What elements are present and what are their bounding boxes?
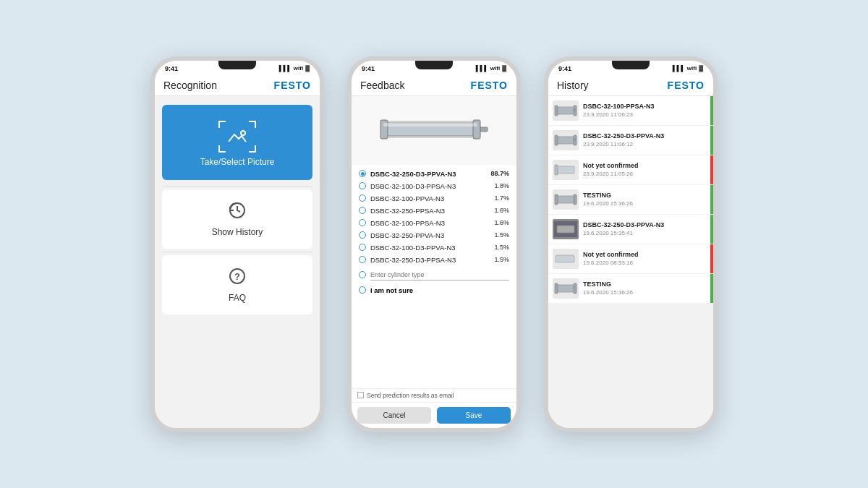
history-screen: DSBC-32-100-PPSA-N3 23.9.2020 11:06:23 D… [548,96,713,428]
result-item-2[interactable]: DSBC-32-100-PPVA-N3 1.7% [357,192,511,205]
history-item-5[interactable]: Not yet confirmed 19.6.2020 08:53:16 [548,244,713,273]
enter-type-item[interactable] [357,266,511,284]
history-name-3: TESTING [583,192,709,200]
history-thumb-5 [553,249,579,269]
result-name-6: DSBC-32-100-D3-PPVA-N3 [370,244,490,252]
battery-icon-2: ▓ [502,65,506,72]
status-bar-2: 9:41 ▌▌▌ wifi ▓ [352,61,516,74]
wifi-icon-1: wifi [294,65,303,72]
history-name-5: Not yet confirmed [583,251,709,260]
result-pct-3: 1.6% [494,207,509,214]
app-header-2: Feedback FESTO [352,74,516,96]
result-item-6[interactable]: DSBC-32-100-D3-PPVA-N3 1.5% [357,241,511,254]
svg-rect-8 [383,123,477,127]
result-pct-7: 1.5% [494,256,509,263]
result-name-5: DSBC-32-250-PPVA-N3 [370,231,490,239]
svg-rect-22 [555,194,558,205]
product-image-area [352,96,516,165]
cancel-button[interactable]: Cancel [357,407,431,424]
app-title-3: History [557,80,589,91]
bracket-tr [249,121,256,128]
radio-enter[interactable] [359,271,366,278]
divider-2 [162,252,312,252]
result-item-1[interactable]: DSBC-32-100-D3-PPSA-N3 1.8% [357,180,511,192]
svg-rect-20 [555,165,558,175]
history-info-0: DSBC-32-100-PPSA-N3 23.9.2020 11:06:23 [583,103,709,119]
notch-1 [218,61,256,69]
history-info-2: Not yet confirmed 23.9.2020 11:05:26 [583,162,709,178]
history-icon [228,201,247,224]
email-checkbox-row: Send prediction results as email [352,388,516,402]
radio-7[interactable] [359,256,366,263]
history-item-6[interactable]: TESTING 19.6.2020 15:36:26 [548,274,713,303]
history-info-4: DSBC-32-250-D3-PPVA-N3 19.6.2020 15:35:4… [583,221,709,237]
svg-rect-23 [574,194,576,205]
results-list: DSBC-32-250-D3-PPVA-N3 88.7% DSBC-32-100… [352,165,516,388]
faq-icon: ? [228,267,247,290]
history-item-2[interactable]: Not yet confirmed 23.9.2020 11:05:26 [548,155,713,184]
radio-not-sure[interactable] [359,286,366,294]
faq-button[interactable]: ? FAQ [162,255,312,314]
history-date-3: 19.6.2020 15:36:26 [583,200,709,207]
svg-rect-21 [556,196,574,203]
history-thumb-6 [553,278,579,299]
history-item-3[interactable]: TESTING 19.6.2020 15:36:26 [548,185,713,214]
take-picture-label: Take/Select Picture [200,157,275,167]
result-item-0[interactable]: DSBC-32-250-D3-PPVA-N3 88.7% [357,168,511,180]
festo-logo-2: FESTO [471,80,508,91]
radio-6[interactable] [359,244,366,251]
time-3: 9:41 [558,65,571,72]
history-item-4[interactable]: DSBC-32-250-D3-PPVA-N3 19.6.2020 15:35:4… [548,215,713,244]
result-item-7[interactable]: DSBC-32-250-D3-PPSA-N3 1.5% [357,254,511,266]
enter-type-input[interactable] [370,270,509,281]
show-history-label: Show History [212,227,263,237]
svg-rect-27 [556,285,574,292]
svg-rect-14 [574,108,576,111]
svg-rect-26 [556,255,574,262]
svg-rect-16 [555,135,558,145]
status-icons-2: ▌▌▌ wifi ▓ [476,65,506,72]
app-header-1: Recognition FESTO [155,74,320,96]
recognition-screen: Take/Select Picture Show History [155,96,320,428]
result-name-7: DSBC-32-250-D3-PPSA-N3 [370,256,490,264]
signal-icon-1: ▌▌▌ [279,65,292,72]
screen-recognition: Take/Select Picture Show History [155,96,320,428]
result-pct-6: 1.5% [494,244,509,251]
svg-rect-6 [380,120,388,139]
history-item-1[interactable]: DSBC-32-250-D3-PPVA-N3 23.9.2020 11:06:1… [548,126,713,155]
time-2: 9:41 [362,65,375,72]
result-item-3[interactable]: DSBC-32-250-PPSA-N3 1.6% [357,205,511,217]
show-history-button[interactable]: Show History [162,189,312,249]
status-bar-1: 9:41 ▌▌▌ wifi ▓ [155,61,320,74]
result-pct-2: 1.7% [494,194,509,202]
bracket-bl [218,145,226,153]
svg-text:?: ? [234,271,240,282]
history-item-0[interactable]: DSBC-32-100-PPSA-N3 23.9.2020 11:06:23 [548,96,713,125]
festo-logo-1: FESTO [274,80,311,91]
result-item-4[interactable]: DSBC-32-100-PPSA-N3 1.6% [357,217,511,229]
result-item-5[interactable]: DSBC-32-250-PPVA-N3 1.5% [357,229,511,241]
history-name-4: DSBC-32-250-D3-PPVA-N3 [583,221,709,230]
radio-2[interactable] [359,194,366,202]
camera-frame [220,122,255,151]
time-1: 9:41 [165,65,178,72]
battery-icon-1: ▓ [305,65,310,72]
wifi-icon-2: wifi [490,65,500,72]
result-pct-5: 1.5% [494,231,509,239]
radio-5[interactable] [359,231,366,239]
history-thumb-0 [553,100,579,121]
feedback-screen: DSBC-32-250-D3-PPVA-N3 88.7% DSBC-32-100… [352,96,516,428]
app-title-2: Feedback [360,80,404,91]
feedback-buttons: Cancel Save [352,402,516,428]
signal-icon-3: ▌▌▌ [673,65,685,72]
take-picture-button[interactable]: Take/Select Picture [162,105,312,180]
svg-rect-28 [555,283,558,294]
radio-4[interactable] [359,219,366,226]
radio-3[interactable] [359,207,366,214]
save-button[interactable]: Save [437,407,511,424]
email-checkbox[interactable] [357,392,364,398]
not-sure-item[interactable]: I am not sure [357,284,511,296]
history-date-6: 19.6.2020 15:36:26 [583,289,709,296]
radio-1[interactable] [359,182,366,189]
radio-0[interactable] [359,170,366,177]
